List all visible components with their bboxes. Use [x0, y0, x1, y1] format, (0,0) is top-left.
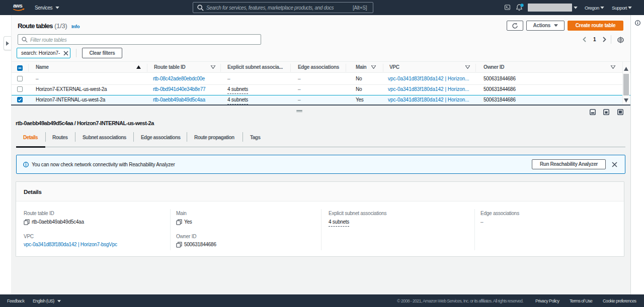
svg-text:aws: aws: [13, 3, 23, 9]
